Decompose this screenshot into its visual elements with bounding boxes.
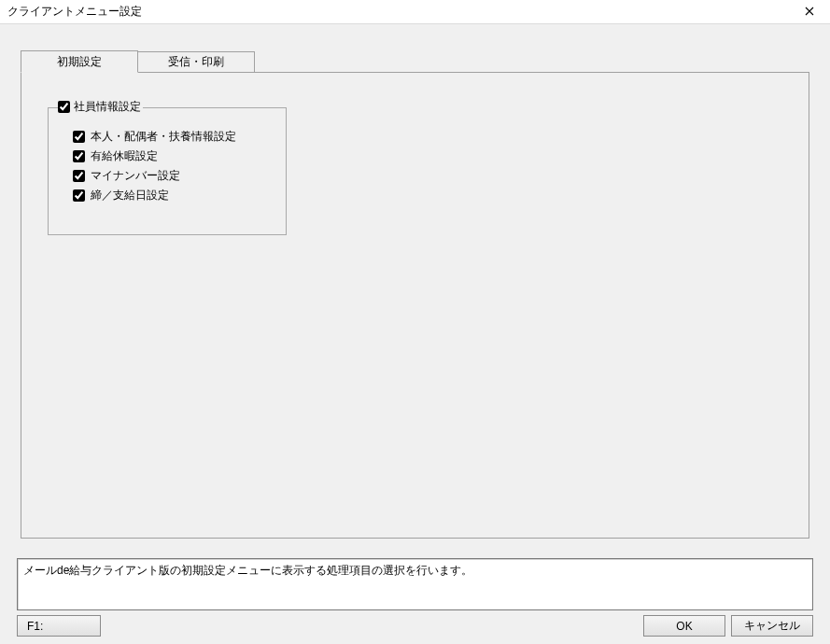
- ok-button-label: OK: [676, 620, 692, 633]
- tab-label: 受信・印刷: [168, 54, 224, 70]
- f1-button-label: F1:: [27, 620, 43, 633]
- tab-panel-initial-settings: 社員情報設定 本人・配偶者・扶養情報設定 有給休暇設定 マイナンバー設定 締／支…: [21, 72, 809, 539]
- paid-leave-label: 有給休暇設定: [91, 148, 158, 164]
- option-row-personal: 本人・配偶者・扶養情報設定: [73, 129, 276, 145]
- description-text: メールde給与クライアント版の初期設定メニューに表示する処理項目の選択を行います…: [23, 564, 472, 577]
- option-row-mynumber: マイナンバー設定: [73, 168, 276, 184]
- mynumber-label: マイナンバー設定: [91, 168, 180, 184]
- tab-strip: 初期設定 受信・印刷: [21, 50, 254, 73]
- description-box: メールde給与クライアント版の初期設定メニューに表示する処理項目の選択を行います…: [17, 558, 813, 610]
- closing-payday-checkbox[interactable]: [73, 189, 85, 202]
- client-area: 初期設定 受信・印刷 社員情報設定 本人・配偶者・扶養情報設定 有給休暇設定: [0, 24, 830, 644]
- option-row-closing-payday: 締／支給日設定: [73, 188, 276, 203]
- bottom-button-bar: F1: OK キャンセル: [0, 610, 830, 644]
- close-icon: [805, 6, 814, 19]
- option-row-paid-leave: 有給休暇設定: [73, 148, 276, 164]
- window-title: クライアントメニュー設定: [7, 4, 142, 20]
- employee-info-groupbox: 社員情報設定 本人・配偶者・扶養情報設定 有給休暇設定 マイナンバー設定 締／支…: [48, 99, 287, 235]
- employee-info-master-checkbox[interactable]: [58, 101, 70, 113]
- f1-button[interactable]: F1:: [17, 615, 101, 637]
- tab-initial-settings[interactable]: 初期設定: [21, 50, 138, 73]
- closing-payday-label: 締／支給日設定: [91, 188, 169, 203]
- tab-receive-print[interactable]: 受信・印刷: [137, 51, 255, 73]
- title-bar: クライアントメニュー設定: [0, 0, 830, 24]
- tab-label: 初期設定: [57, 54, 102, 70]
- cancel-button-label: キャンセル: [744, 618, 800, 634]
- personal-info-label: 本人・配偶者・扶養情報設定: [91, 129, 236, 145]
- ok-button[interactable]: OK: [643, 615, 725, 637]
- paid-leave-checkbox[interactable]: [73, 150, 85, 162]
- groupbox-legend-label: 社員情報設定: [74, 99, 141, 115]
- personal-info-checkbox[interactable]: [73, 131, 85, 143]
- mynumber-checkbox[interactable]: [73, 170, 85, 182]
- window-close-button[interactable]: [788, 0, 830, 24]
- cancel-button[interactable]: キャンセル: [731, 615, 813, 637]
